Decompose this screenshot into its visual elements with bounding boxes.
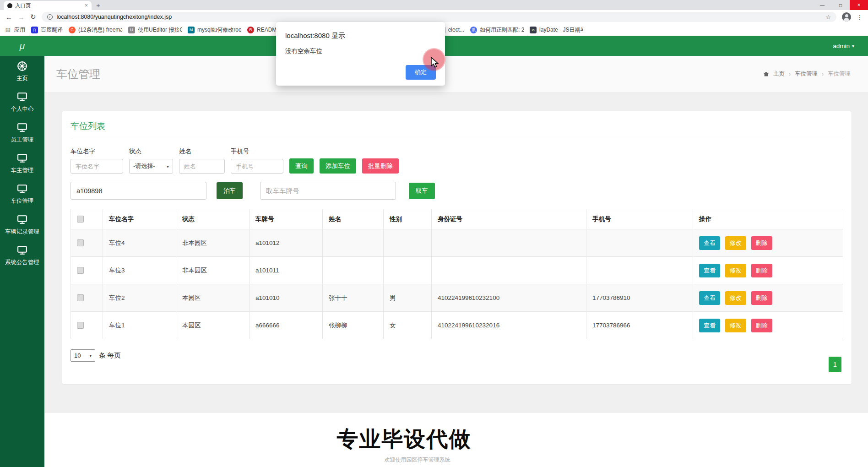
delete-button[interactable]: 删除 [751,291,772,305]
row-checkbox[interactable] [77,322,84,329]
view-button[interactable]: 查看 [699,264,720,277]
username: admin [833,43,850,49]
reload-icon[interactable]: ↻ [30,13,36,21]
filter-label-phone: 手机号 [231,147,283,156]
bookmark-item[interactable]: M mysql如何修改roo... [188,26,241,34]
breadcrumb-current: 车位管理 [828,70,851,78]
back-icon[interactable]: ← [5,13,12,21]
pickup-button[interactable]: 取车 [409,183,435,199]
monitor-icon [16,213,28,225]
home-icon [763,71,769,77]
page-size-select[interactable]: 10 ▾ [71,349,95,362]
parking-table: 车位名字 状态 车牌号 姓名 性别 身份证号 手机号 操作 [71,209,843,339]
sidebar-item-records[interactable]: 车辆记录管理 [0,209,44,240]
col-header-owner: 姓名 [323,209,384,229]
view-button[interactable]: 查看 [699,291,720,305]
minimize-button[interactable]: — [813,0,831,10]
maximize-button[interactable]: □ [831,0,850,10]
breadcrumb: 主页 › 车位管理 › 车位管理 [763,70,851,78]
bookmark-item[interactable]: la layDate - JS日期与... [530,26,583,34]
sidebar-item-announcements[interactable]: 系统公告管理 [0,240,44,271]
table-row: 车位2 本园区 a101010 张十十 男 410224199610232100… [71,284,843,312]
bookmark-item[interactable]: 爪 如何用正则匹配: 2... [470,26,524,34]
tab-title: 入口页 [15,2,82,9]
breadcrumb-module[interactable]: 车位管理 [795,70,818,78]
app-logo[interactable]: μ [0,36,44,56]
parking-name-input[interactable] [71,159,123,174]
delete-button[interactable]: 删除 [751,319,772,332]
mysql-icon: M [188,27,195,33]
batch-delete-button[interactable]: 批量删除 [362,158,399,174]
add-parking-button[interactable]: 添加车位 [320,158,356,174]
col-header-status: 状态 [176,209,250,229]
delete-button[interactable]: 删除 [751,264,772,277]
breadcrumb-home[interactable]: 主页 [773,70,785,78]
card-title: 车位列表 [71,120,843,139]
row-checkbox[interactable] [77,294,84,301]
sidebar-item-profile[interactable]: 个人中心 [0,87,44,117]
bookmark-apps[interactable]: ⊞ 应用 [5,26,25,34]
footer-slogan: 欢迎使用园区停车管理系统 [385,456,450,464]
bookmark-item[interactable]: 百 百度翻译 [31,26,63,34]
filter-label-status: 状态 [129,147,173,156]
bookmark-item[interactable]: C (12条消息) freema... [69,26,122,34]
new-tab-button[interactable]: + [96,1,100,9]
profile-avatar[interactable] [842,12,851,22]
table-header-row: 车位名字 状态 车牌号 姓名 性别 身份证号 手机号 操作 [71,209,843,229]
info-icon[interactable]: i [47,14,53,20]
monitor-icon [16,121,28,133]
content-area: 车位列表 车位名字 状态 -请选择- ▾ [44,92,868,413]
col-header-name: 车位名字 [103,209,176,229]
url-bar[interactable]: i localhost:8080/yuanqutingchexitong/ind… [42,12,836,22]
page-1-button[interactable]: 1 [829,357,841,372]
edit-button[interactable]: 修改 [725,291,746,305]
tab-close-icon[interactable]: × [85,2,88,9]
sidebar-item-parking[interactable]: 车位管理 [0,179,44,209]
sidebar-item-owners[interactable]: 车主管理 [0,148,44,179]
url-text[interactable]: localhost:8080/yuanqutingchexitong/index… [57,14,822,20]
select-caret-icon: ▾ [89,353,92,358]
per-page-label: 条 每页 [99,351,121,360]
browser-menu-icon[interactable]: ⋮ [857,14,863,21]
edit-button[interactable]: 修改 [725,319,746,332]
readme-icon: R [247,27,254,33]
col-header-idcard: 身份证号 [432,209,586,229]
dialog-message: 没有空余车位 [285,47,436,55]
phone-input[interactable] [231,159,283,174]
forward-icon[interactable]: → [18,13,25,21]
laydate-icon: la [530,27,537,33]
select-all-checkbox[interactable] [77,216,84,223]
status-select[interactable]: -请选择- ▾ [129,159,173,174]
browser-tab[interactable]: 入口页 × [4,1,92,10]
park-plate-input[interactable] [71,182,206,200]
monitor-icon [16,244,28,256]
delete-button[interactable]: 删除 [751,236,772,250]
edit-button[interactable]: 修改 [725,264,746,277]
pagination-bar: 10 ▾ 条 每页 [71,349,843,362]
row-checkbox[interactable] [77,239,84,246]
close-button[interactable]: × [850,0,868,10]
sidebar-item-employees[interactable]: 员工管理 [0,117,44,148]
sidebar-item-home[interactable]: 主页 [0,56,44,87]
col-header-plate: 车牌号 [250,209,323,229]
monitor-icon [16,183,28,195]
park-button[interactable]: 泊车 [217,182,243,199]
watermark-text: 专业毕设代做 [337,425,472,454]
view-button[interactable]: 查看 [699,236,720,250]
bookmark-item[interactable]: U 使用UEditor 报接C... [128,26,182,34]
owner-name-input[interactable] [179,159,225,174]
user-menu[interactable]: admin ▾ [833,43,854,49]
bookmark-star-icon[interactable]: ☆ [825,14,831,21]
col-header-phone: 手机号 [586,209,693,229]
select-caret-icon: ▾ [167,164,169,169]
search-button[interactable]: 查询 [289,158,314,174]
row-checkbox[interactable] [77,267,84,274]
view-button[interactable]: 查看 [699,319,720,332]
chevron-right-icon: › [789,71,791,77]
tab-strip: 入口页 × + — □ × [0,0,868,10]
alert-dialog: localhost:8080 显示 没有空余车位 确定 [276,22,445,86]
edit-button[interactable]: 修改 [725,236,746,250]
table-row: 车位4 非本园区 a101012 查看 修改 删除 [71,229,843,257]
pickup-plate-input[interactable] [260,182,396,200]
col-header-actions: 操作 [693,209,843,229]
